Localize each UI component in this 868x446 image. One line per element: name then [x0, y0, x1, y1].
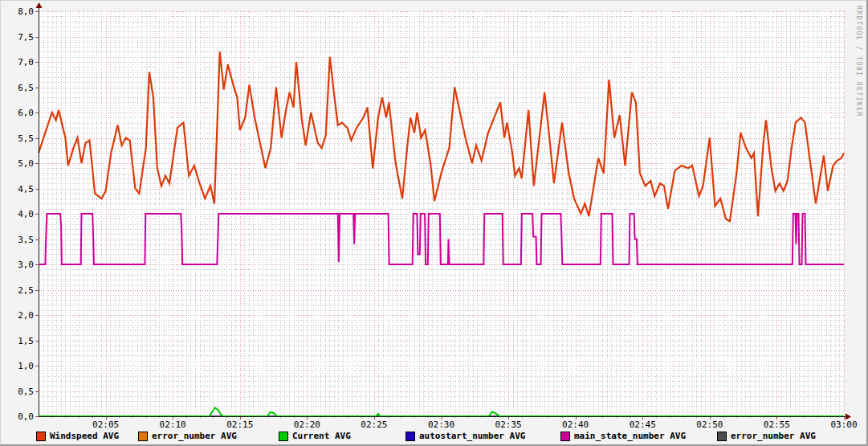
y-axis-label: 7,0: [18, 57, 34, 68]
legend-item: main_state_number AVG: [560, 431, 686, 442]
legend-item-label: autostart_number AVG: [419, 431, 525, 442]
legend-item: error_number AVG: [138, 431, 237, 442]
x-axis-labels: 02:0502:1002:1502:2002:2502:3002:3502:40…: [92, 419, 858, 430]
x-axis-label: 03:00: [830, 419, 857, 430]
y-axis-label: 1,5: [18, 336, 34, 346]
y-axis-label: 5,0: [18, 158, 34, 169]
y-axis-label: 4,5: [18, 184, 34, 194]
legend-color-swatch: [36, 432, 46, 441]
chart-legend: Windspeed AVG error_number AVG Current A…: [1, 431, 868, 444]
rrdtool-watermark: RRDTOOL / TOBI OETIKER: [853, 6, 862, 190]
x-axis-label: 02:30: [428, 419, 454, 430]
y-axis-arrow: [36, 2, 43, 8]
legend-item-label: Current AVG: [292, 431, 351, 442]
legend-item: error_number AVG: [717, 431, 816, 442]
x-axis-label: 02:45: [630, 419, 656, 430]
y-axis-label: 5,5: [18, 133, 34, 144]
legend-item: autostart_number AVG: [405, 431, 525, 442]
y-axis-label: 1,0: [18, 361, 34, 371]
x-axis-label: 02:50: [696, 419, 723, 430]
chart-canvas: 0,00,51,01,52,02,53,03,54,04,55,05,56,06…: [1, 1, 868, 446]
x-axis-label: 02:20: [294, 419, 320, 430]
y-axis-labels: 0,00,51,01,52,02,53,03,54,04,55,05,56,06…: [18, 6, 34, 422]
legend-item: Current AVG: [279, 431, 351, 442]
x-axis-label: 02:55: [764, 419, 790, 430]
y-axis-label: 2,5: [18, 285, 34, 296]
y-axis-label: 8,0: [18, 6, 34, 17]
legend-color-swatch: [279, 432, 288, 441]
y-axis-label: 2,0: [18, 310, 34, 321]
legend-color-swatch: [560, 432, 570, 441]
legend-item-label: error_number AVG: [152, 431, 237, 442]
x-axis-label: 02:15: [226, 419, 253, 430]
y-axis-label: 0,5: [18, 387, 34, 397]
x-axis-label: 02:40: [562, 419, 589, 430]
x-axis-label: 02:35: [495, 419, 522, 430]
y-axis-label: 7,5: [18, 32, 34, 43]
y-axis-label: 0,0: [18, 411, 34, 422]
y-axis-label: 6,5: [18, 83, 34, 93]
legend-item-label: Windspeed AVG: [50, 431, 119, 442]
y-axis-label: 6,0: [18, 108, 34, 118]
legend-item-label: main_state_number AVG: [574, 431, 686, 442]
y-axis-label: 4,0: [18, 209, 34, 219]
x-axis-label: 02:25: [361, 419, 387, 430]
y-axis-label: 3,0: [18, 260, 34, 270]
rrdtool-graph: 0,00,51,01,52,02,53,03,54,04,55,05,56,06…: [0, 0, 868, 446]
x-axis-label: 02:05: [92, 419, 119, 430]
legend-item: Windspeed AVG: [36, 431, 119, 442]
legend-color-swatch: [405, 432, 415, 441]
legend-color-swatch: [138, 432, 148, 441]
legend-item-label: error_number AVG: [731, 431, 816, 442]
legend-color-swatch: [717, 432, 727, 441]
y-axis-label: 3,5: [18, 235, 34, 245]
x-axis-label: 02:10: [160, 419, 186, 430]
